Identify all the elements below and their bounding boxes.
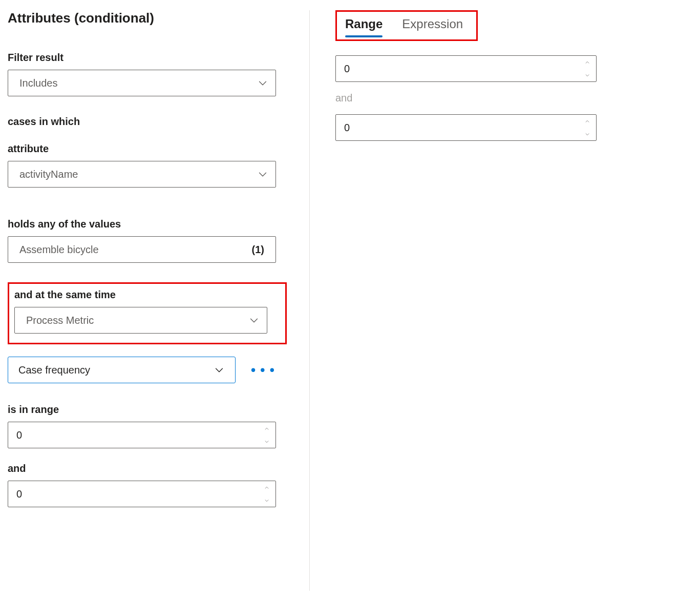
chevron-up-icon [584, 60, 591, 65]
tab-expression[interactable]: Expression [402, 12, 463, 35]
range-to-input[interactable] [8, 481, 258, 507]
holds-values-multiselect[interactable]: Assemble bicycle (1) [8, 236, 276, 263]
holds-values-count: (1) [252, 244, 264, 256]
right-range-from-spinner[interactable] [335, 55, 597, 82]
chevron-up-icon [584, 119, 591, 124]
spinner-buttons [579, 56, 596, 81]
attribute-dropdown[interactable]: activityName [8, 161, 276, 188]
right-range-from-input[interactable] [336, 56, 579, 81]
filter-result-value: Includes [19, 77, 58, 89]
same-time-dropdown[interactable]: Process Metric [14, 307, 267, 334]
chevron-up-icon [263, 426, 270, 431]
tab-range[interactable]: Range [345, 12, 383, 35]
chevron-up-icon [263, 485, 270, 490]
spin-up-button[interactable] [579, 56, 596, 69]
spin-up-button[interactable] [258, 422, 275, 435]
tabs: Range Expression [345, 12, 463, 35]
tabs-highlight: Range Expression [335, 10, 478, 41]
right-range-to-spinner[interactable] [335, 114, 597, 141]
chevron-down-icon [257, 77, 268, 89]
attribute-label: attribute [8, 143, 294, 155]
cases-in-which-text: cases in which [8, 116, 294, 128]
and-label-right: and [335, 92, 692, 104]
chevron-down-icon [248, 315, 260, 326]
chevron-down-icon [263, 439, 270, 444]
metric-value: Case frequency [18, 364, 90, 376]
same-time-value: Process Metric [26, 315, 94, 326]
range-to-spinner[interactable] [8, 481, 276, 507]
chevron-down-icon [214, 364, 225, 376]
spin-down-button[interactable] [579, 69, 596, 81]
range-from-spinner[interactable] [8, 422, 276, 448]
attribute-block: attribute activityName [8, 143, 294, 188]
and-label-left: and [8, 463, 294, 474]
filter-result-block: Filter result Includes [8, 52, 294, 96]
spinner-buttons [258, 481, 275, 507]
range-from-input[interactable] [8, 422, 258, 448]
holds-values-block: holds any of the values Assemble bicycle… [8, 218, 294, 263]
attribute-value: activityName [19, 169, 78, 180]
page-title: Attributes (conditional) [8, 10, 294, 26]
spin-down-button[interactable] [258, 494, 275, 507]
chevron-down-icon [584, 73, 591, 78]
holds-values-text: Assemble bicycle [19, 244, 99, 256]
spinner-buttons [258, 422, 275, 448]
chevron-down-icon [263, 498, 270, 503]
spin-down-button[interactable] [258, 435, 275, 448]
left-pane: Attributes (conditional) Filter result I… [8, 10, 310, 591]
same-time-label: and at the same time [14, 289, 278, 301]
spin-down-button[interactable] [579, 128, 596, 140]
same-time-highlight: and at the same time Process Metric [8, 282, 287, 344]
right-pane: Range Expression and [310, 10, 692, 591]
chevron-down-icon [257, 169, 268, 180]
metric-dropdown[interactable]: Case frequency [8, 357, 236, 383]
filter-result-dropdown[interactable]: Includes [8, 70, 276, 96]
right-range-to-input[interactable] [336, 115, 579, 140]
chevron-down-icon [584, 132, 591, 137]
metric-row: Case frequency • • • [8, 357, 294, 383]
holds-values-label: holds any of the values [8, 218, 294, 230]
more-horizontal-icon: • • • [251, 362, 275, 378]
spin-up-button[interactable] [579, 115, 596, 128]
spinner-buttons [579, 115, 596, 140]
spin-up-button[interactable] [258, 481, 275, 494]
in-range-label: is in range [8, 404, 294, 416]
filter-result-label: Filter result [8, 52, 294, 64]
